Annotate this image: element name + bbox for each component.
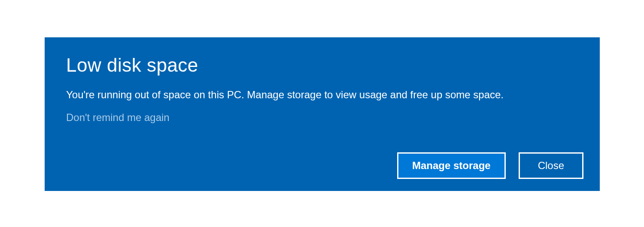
close-button[interactable]: Close bbox=[519, 152, 583, 179]
dialog-title: Low disk space bbox=[66, 54, 578, 76]
dont-remind-link[interactable]: Don't remind me again bbox=[66, 112, 170, 124]
low-disk-space-dialog: Low disk space You're running out of spa… bbox=[45, 37, 600, 191]
manage-storage-button[interactable]: Manage storage bbox=[397, 152, 506, 179]
dialog-button-row: Manage storage Close bbox=[397, 152, 583, 179]
dialog-message: You're running out of space on this PC. … bbox=[66, 88, 578, 101]
